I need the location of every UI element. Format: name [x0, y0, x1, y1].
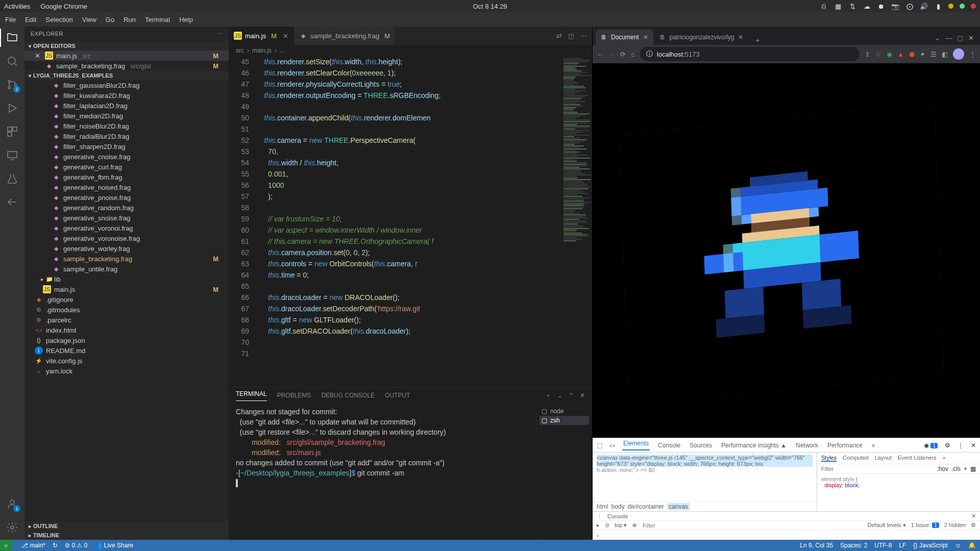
tray-icon[interactable]: ⏺: [877, 2, 885, 10]
ext-icon[interactable]: ◉: [887, 51, 892, 58]
file-tree-item[interactable]: {}package.json: [24, 335, 229, 345]
source-control-icon[interactable]: 2: [5, 78, 19, 92]
project-header[interactable]: ▾LYGIA_THREEJS_EXAMPLES: [24, 71, 229, 80]
file-tree-item[interactable]: ◆generative_curl.frag: [24, 162, 229, 172]
close-tab-icon[interactable]: ✕: [643, 34, 648, 41]
close-icon[interactable]: ✕: [35, 52, 42, 60]
dropdown-icon[interactable]: ⌄: [557, 392, 562, 399]
maximize-panel-icon[interactable]: ⌃: [569, 392, 574, 399]
devtools-tab[interactable]: Network: [795, 442, 819, 449]
split-editor-icon[interactable]: ◫: [568, 32, 574, 40]
log-levels[interactable]: Default levels ▾: [868, 522, 906, 529]
close-panel-icon[interactable]: ✕: [580, 392, 585, 399]
account-icon[interactable]: 1: [5, 497, 19, 511]
device-toggle-icon[interactable]: ▭: [609, 442, 615, 449]
file-tree-item[interactable]: ◆generative_cnoise.frag: [24, 152, 229, 162]
search-icon[interactable]: [5, 54, 19, 68]
extensions-icon[interactable]: [5, 124, 19, 139]
console-tab[interactable]: Console: [607, 513, 628, 519]
sidepanel-icon[interactable]: ◧: [942, 51, 948, 58]
panel-tab[interactable]: TERMINAL: [236, 390, 267, 401]
reload-button[interactable]: ⟳: [620, 51, 626, 58]
settings-gear-icon[interactable]: [5, 520, 19, 535]
close-icon[interactable]: ✕: [968, 34, 974, 42]
terminal-list-item[interactable]: ▢ zsh: [540, 416, 589, 425]
run-debug-icon[interactable]: [5, 101, 19, 115]
console-menu-icon[interactable]: ⋮: [597, 513, 602, 519]
computed-box-icon[interactable]: ▦: [970, 465, 976, 472]
breadcrumb-segment[interactable]: src: [236, 47, 244, 54]
file-tree-item[interactable]: ◆filter_radialBlur2D.frag: [24, 131, 229, 141]
file-tree-item[interactable]: iREADME.md: [24, 345, 229, 356]
liveshare-icon[interactable]: [5, 195, 19, 209]
open-editors-header[interactable]: ▾OPEN EDITORS: [24, 41, 229, 51]
tray-icon[interactable]: ☁: [863, 2, 871, 10]
site-info-icon[interactable]: ⓘ: [646, 49, 653, 59]
style-rule[interactable]: element.style { display: block;: [817, 474, 980, 490]
devtools-settings-icon[interactable]: ⚙: [945, 442, 950, 449]
inspect-icon[interactable]: ⬚: [597, 442, 602, 449]
editor-tab[interactable]: JSmain.jsM✕: [229, 27, 294, 45]
file-tree-item[interactable]: ⚙.gitmodules: [24, 305, 229, 315]
compare-icon[interactable]: ⇄: [556, 32, 562, 40]
console-context[interactable]: top ▾: [615, 522, 627, 529]
git-branch[interactable]: ⎇ main*: [21, 542, 45, 549]
indent[interactable]: Spaces: 2: [840, 542, 867, 549]
home-button[interactable]: ⌂: [631, 51, 635, 58]
window-minimize-icon[interactable]: [948, 4, 953, 9]
address-bar[interactable]: ⓘ localhost:5173: [640, 47, 860, 61]
forward-button[interactable]: →: [608, 51, 615, 58]
styles-overflow[interactable]: »: [943, 455, 946, 462]
close-tab-icon[interactable]: ✕: [283, 32, 288, 40]
minimap[interactable]: [561, 56, 592, 387]
terminal-list[interactable]: ▢ node▢ zsh: [536, 404, 592, 540]
console-eye-icon[interactable]: 👁: [632, 522, 638, 529]
console-prompt[interactable]: ›: [593, 530, 980, 541]
remote-icon[interactable]: [5, 148, 19, 162]
remote-indicator[interactable]: ⟐: [0, 540, 12, 551]
file-tree-item[interactable]: ◆filter_gaussianBlur2D.frag: [24, 80, 229, 90]
panel-tab[interactable]: OUTPUT: [385, 392, 410, 399]
live-share[interactable]: 👥 Live Share: [94, 542, 133, 549]
feedback-icon[interactable]: ☺: [955, 542, 961, 549]
cls-toggle[interactable]: .cls: [951, 465, 961, 472]
styles-tab[interactable]: Styles: [821, 455, 837, 462]
file-tree-item[interactable]: <>index.html: [24, 325, 229, 335]
styles-filter-input[interactable]: [821, 466, 934, 472]
dom-crumb[interactable]: body: [611, 503, 625, 510]
more-icon[interactable]: ⋯: [217, 31, 223, 37]
console-sidebar-icon[interactable]: ▸: [597, 522, 600, 529]
profile-avatar[interactable]: [953, 48, 964, 60]
volume-icon[interactable]: 🔊: [920, 2, 928, 10]
window-close-icon[interactable]: [971, 4, 976, 9]
tray-icon[interactable]: ⇅: [848, 2, 856, 10]
file-tree-item[interactable]: ◆generative_worley.frag: [24, 243, 229, 254]
open-editor-item[interactable]: ◆sample_bracketing.fragsrc/glslM: [24, 61, 229, 71]
close-tab-icon[interactable]: ✕: [738, 34, 743, 41]
console-filter-input[interactable]: [643, 522, 862, 529]
devtools-tab[interactable]: Console: [657, 442, 681, 449]
file-tree-item[interactable]: ◆generative_voronoi.frag: [24, 223, 229, 233]
devtools-tab[interactable]: Performance: [826, 442, 864, 449]
maximize-icon[interactable]: ▢: [957, 34, 963, 42]
menu-selection[interactable]: Selection: [45, 16, 72, 23]
devtools-errors[interactable]: ◉ 1: [924, 442, 938, 449]
chrome-menu-icon[interactable]: ⋮: [969, 51, 976, 58]
dom-crumb[interactable]: div#container: [628, 503, 664, 510]
file-tree-item[interactable]: ▸ 📁lib: [24, 274, 229, 284]
share-icon[interactable]: ⇪: [865, 51, 870, 58]
styles-tab[interactable]: Computed: [843, 455, 869, 462]
panel-tab[interactable]: PROBLEMS: [277, 392, 311, 399]
language-mode[interactable]: {} JavaScript: [913, 542, 947, 549]
menu-edit[interactable]: Edit: [25, 16, 36, 23]
file-tree-item[interactable]: ◆filter_noiseBlur2D.frag: [24, 121, 229, 131]
dropdown-icon[interactable]: ⌄: [935, 34, 940, 42]
system-tray[interactable]: ⎙ ▦ ⇅ ☁ ⏺ 📷 ⨀ 🔊 ▮: [820, 2, 976, 10]
breadcrumb-segment[interactable]: main.js: [252, 47, 272, 54]
menu-help[interactable]: Help: [179, 16, 193, 23]
encoding[interactable]: UTF-8: [874, 542, 892, 549]
problems-errors[interactable]: ⊘ 0 ⚠ 0: [65, 542, 87, 549]
outline-header[interactable]: ▸OUTLINE: [24, 521, 229, 531]
editor-tab[interactable]: ◆sample_bracketing.fragM: [294, 27, 396, 45]
file-tree-item[interactable]: ◆generative_noised.frag: [24, 182, 229, 192]
